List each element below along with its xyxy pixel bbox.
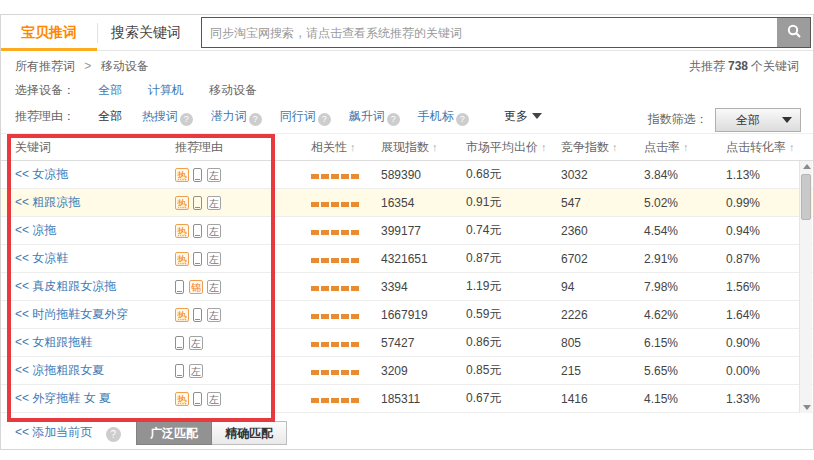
table-scrollbar[interactable] [799,161,812,413]
summary-count: 738 [728,59,748,73]
column-header-cvr[interactable]: 点击转化率↑ [726,139,802,156]
sort-arrow-icon[interactable]: ↑ [432,141,438,153]
sort-arrow-icon[interactable]: ↑ [789,141,795,153]
left-display-badge: 左 [189,336,203,350]
reason-filter-link[interactable]: 热搜词 [142,109,178,123]
competition-index-cell: 3032 [561,168,644,182]
keyword-cell: << 凉拖 [1,222,161,239]
column-header-impression[interactable]: 展现指数↑ [381,139,466,156]
relevance-cell [286,364,381,378]
add-current-page-link[interactable]: << 添加当前页 [15,425,92,439]
reason-option-all[interactable]: 全部 [98,109,122,123]
add-keyword-link[interactable]: << 时尚拖鞋女夏外穿 [15,307,128,321]
column-header-label: 竞争指数 [561,140,609,154]
column-header-reason: 推荐理由 [161,139,286,156]
relevance-bar-segment [351,174,359,179]
left-display-badge: 左 [207,196,221,210]
relevance-bar-segment [341,398,349,403]
impression-index-cell: 16354 [381,196,466,210]
avg-price-cell: 0.68元 [466,166,561,183]
keyword-cell: << 真皮粗跟女凉拖 [1,278,161,295]
breadcrumb-root[interactable]: 所有推荐词 [15,59,75,73]
broad-match-button[interactable]: 广泛匹配 [136,421,212,445]
add-keyword-link[interactable]: << 女凉拖 [15,167,68,181]
relevance-bar-segment [311,286,319,291]
scrollbar-up-arrow[interactable] [800,161,813,173]
ctr-cell: 4.54% [644,224,726,238]
relevance-bar-segment [311,370,319,375]
relevance-bar-segment [351,230,359,235]
cvr-cell: 0.87% [726,252,802,266]
device-option-all[interactable]: 全部 [98,83,122,97]
relevance-bars [311,252,361,266]
table-body: << 女凉拖热左5893900.68元30323.84%1.13%<< 粗跟凉拖… [1,161,813,413]
column-header-relevance[interactable]: 相关性↑ [286,139,381,156]
add-keyword-link[interactable]: << 女粗跟拖鞋 [15,335,92,349]
relevance-bar-segment [341,370,349,375]
tab-item-recommend[interactable]: 宝贝推词 [1,15,97,51]
cvr-cell: 1.64% [726,308,802,322]
impression-index-cell: 1667919 [381,308,466,322]
relevance-bar-segment [311,398,319,403]
avg-price-cell: 0.87元 [466,250,561,267]
relevance-bar-segment [321,342,329,347]
help-icon[interactable]: ? [249,113,262,126]
ctr-cell: 4.62% [644,308,726,322]
column-header-ctr[interactable]: 点击率↑ [644,139,726,156]
table-row: << 女凉拖热左5893900.68元30323.84%1.13% [1,161,813,189]
add-keyword-link[interactable]: << 外穿拖鞋 女 夏 [15,391,111,405]
reason-filter-link[interactable]: 同行词 [280,109,316,123]
relevance-bar-segment [351,314,359,319]
reason-filter-link[interactable]: 潜力词 [211,109,247,123]
keyword-search-input[interactable] [202,18,778,47]
relevance-bar-segment [341,286,349,291]
ctr-cell: 5.02% [644,196,726,210]
relevance-cell [286,336,381,350]
device-option-mobile[interactable]: 移动设备 [209,83,257,97]
help-icon[interactable]: ? [456,113,469,126]
sort-arrow-icon[interactable]: ↑ [541,141,547,153]
impression-index-cell: 3394 [381,280,466,294]
help-icon[interactable]: ? [318,113,331,126]
reason-filter-link[interactable]: 飙升词 [349,109,385,123]
column-header-avg-price[interactable]: 市场平均出价↑ [466,139,561,156]
ctr-cell: 4.15% [644,392,726,406]
relevance-bar-segment [321,230,329,235]
reason-filter-option: 潜力词? [211,109,262,123]
relevance-bar-segment [331,230,339,235]
add-keyword-link[interactable]: << 凉拖粗跟女夏 [15,363,104,377]
column-header-competition[interactable]: 竞争指数↑ [561,139,644,156]
reason-filter-link[interactable]: 手机标 [418,109,454,123]
table-row: << 凉拖粗跟女夏左32090.85元2155.65%0.00% [1,357,813,385]
index-filter-dropdown[interactable]: 全部 [715,108,801,132]
add-keyword-link[interactable]: << 女凉鞋 [15,251,68,265]
relevance-bar-segment [341,258,349,263]
add-keyword-link[interactable]: << 真皮粗跟女凉拖 [15,279,116,293]
cvr-cell: 0.00% [726,364,802,378]
sort-arrow-icon[interactable]: ↑ [350,141,356,153]
add-keyword-link[interactable]: << 粗跟凉拖 [15,195,80,209]
help-icon[interactable]: ? [180,113,193,126]
sort-arrow-icon[interactable]: ↑ [612,141,618,153]
help-icon[interactable]: ? [387,113,400,126]
search-button[interactable] [777,18,810,47]
tab-search-keyword[interactable]: 搜索关键词 [98,15,194,51]
hot-word-badge: 热 [175,308,189,322]
breadcrumb-current: 移动设备 [101,59,149,73]
sort-arrow-icon[interactable]: ↑ [683,141,689,153]
reason-filter-option: 同行词? [280,109,331,123]
jinnang-word-badge: 锦 [189,280,203,294]
help-icon[interactable]: ? [106,427,121,442]
add-keyword-link[interactable]: << 凉拖 [15,223,56,237]
scrollbar-down-arrow[interactable] [800,401,813,413]
more-filters-toggle[interactable]: 更多 [504,109,542,123]
exact-match-button[interactable]: 精确匹配 [212,421,287,445]
ctr-cell: 3.84% [644,168,726,182]
scrollbar-thumb[interactable] [801,174,811,220]
index-filter: 指数筛选： 全部 [648,106,801,132]
table-row: << 真皮粗跟女凉拖锦左33941.19元947.98%1.56% [1,273,813,301]
relevance-bar-segment [311,342,319,347]
device-option-computer[interactable]: 计算机 [148,83,184,97]
relevance-bars [311,168,361,182]
competition-index-cell: 547 [561,196,644,210]
